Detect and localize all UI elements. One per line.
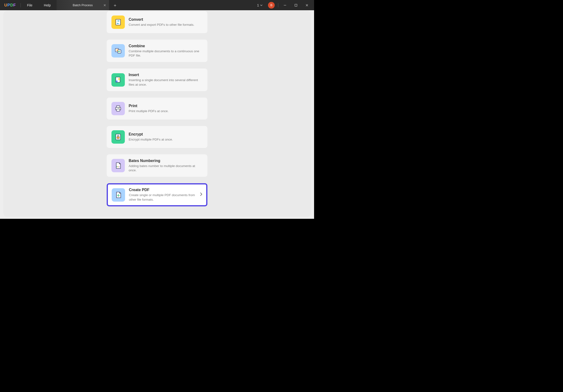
divider bbox=[278, 3, 278, 7]
insert-icon bbox=[112, 73, 125, 87]
card-desc: Print multiple PDFs at once. bbox=[129, 109, 203, 113]
app-logo: UPDF bbox=[0, 3, 20, 8]
create-pdf-icon bbox=[112, 188, 125, 202]
card-title: Create PDF bbox=[129, 188, 196, 192]
window-close-button[interactable] bbox=[302, 1, 312, 9]
window-minimize-button[interactable] bbox=[280, 1, 290, 9]
card-title: Encrypt bbox=[129, 132, 203, 137]
batch-cards-list: Convert Convert and export PDFs to other… bbox=[107, 11, 207, 206]
svg-rect-0 bbox=[295, 4, 297, 6]
svg-rect-6 bbox=[118, 79, 120, 80]
card-title: Insert bbox=[129, 73, 203, 77]
card-combine[interactable]: Combine Combine multiple documents to a … bbox=[107, 40, 207, 62]
close-icon bbox=[306, 4, 308, 7]
minimize-icon bbox=[283, 4, 286, 7]
new-tab-button[interactable]: ＋ bbox=[109, 2, 121, 8]
card-convert[interactable]: Convert Convert and export PDFs to other… bbox=[107, 11, 207, 33]
svg-point-10 bbox=[119, 108, 120, 109]
maximize-icon bbox=[294, 4, 297, 7]
convert-icon bbox=[112, 15, 125, 29]
bates-icon: 001 bbox=[112, 159, 125, 172]
card-title: Combine bbox=[129, 44, 203, 48]
card-desc: Create single or multiple PDF documents … bbox=[129, 193, 196, 202]
tab-count-dropdown[interactable]: 1 bbox=[255, 3, 265, 7]
card-text: Encrypt Encrypt multiple PDFs at once. bbox=[129, 132, 203, 142]
card-text: Create PDF Create single or multiple PDF… bbox=[129, 188, 196, 202]
window-maximize-button[interactable] bbox=[291, 1, 301, 9]
svg-rect-13 bbox=[117, 137, 119, 139]
card-print[interactable]: Print Print multiple PDFs at once. bbox=[107, 98, 207, 120]
svg-text:0: 0 bbox=[116, 165, 118, 168]
content-area: Convert Convert and export PDFs to other… bbox=[3, 11, 311, 217]
card-create-pdf[interactable]: Create PDF Create single or multiple PDF… bbox=[107, 183, 207, 206]
card-desc: Encrypt multiple PDFs at once. bbox=[129, 138, 203, 142]
card-desc: Combine multiple documents to a continuo… bbox=[129, 49, 203, 58]
card-desc: Inserting a single document into several… bbox=[129, 78, 203, 87]
tab-count-value: 1 bbox=[257, 3, 259, 7]
svg-rect-9 bbox=[116, 109, 120, 111]
svg-point-11 bbox=[118, 108, 119, 109]
card-text: Convert Convert and export PDFs to other… bbox=[129, 17, 203, 27]
menu-file[interactable]: File bbox=[21, 0, 38, 10]
tab-close-icon[interactable]: ✕ bbox=[103, 3, 106, 7]
svg-text:1: 1 bbox=[119, 165, 120, 168]
card-text: Combine Combine multiple documents to a … bbox=[129, 44, 203, 58]
encrypt-icon bbox=[112, 130, 125, 144]
card-desc: Convert and export PDFs to other file fo… bbox=[129, 23, 203, 27]
divider bbox=[21, 3, 21, 7]
card-text: Bates Numbering Adding bates number to m… bbox=[129, 159, 203, 173]
combine-icon bbox=[112, 44, 125, 58]
svg-rect-7 bbox=[116, 106, 120, 107]
svg-rect-1 bbox=[116, 19, 121, 25]
titlebar: UPDF File Help Batch Process ✕ ＋ 1 B bbox=[0, 0, 314, 10]
card-desc: Adding bates number to multiple document… bbox=[129, 164, 203, 173]
card-bates-numbering[interactable]: 001 Bates Numbering Adding bates number … bbox=[107, 154, 207, 177]
user-avatar[interactable]: B bbox=[268, 2, 275, 9]
card-title: Print bbox=[129, 104, 203, 108]
svg-rect-5 bbox=[118, 78, 120, 79]
titlebar-right: 1 B bbox=[255, 1, 314, 9]
card-title: Bates Numbering bbox=[129, 159, 203, 163]
card-text: Print Print multiple PDFs at once. bbox=[129, 104, 203, 113]
card-insert[interactable]: Insert Inserting a single document into … bbox=[107, 68, 207, 91]
card-encrypt[interactable]: Encrypt Encrypt multiple PDFs at once. bbox=[107, 126, 207, 148]
tab-title: Batch Process bbox=[73, 3, 93, 7]
card-text: Insert Inserting a single document into … bbox=[129, 73, 203, 87]
card-title: Convert bbox=[129, 17, 203, 22]
chevron-right-icon bbox=[200, 192, 202, 197]
print-icon bbox=[112, 102, 125, 115]
menu-help[interactable]: Help bbox=[38, 0, 57, 10]
tab-batch-process[interactable]: Batch Process ✕ bbox=[57, 0, 109, 10]
chevron-down-icon bbox=[260, 4, 263, 7]
content-wrap: Convert Convert and export PDFs to other… bbox=[0, 10, 314, 219]
